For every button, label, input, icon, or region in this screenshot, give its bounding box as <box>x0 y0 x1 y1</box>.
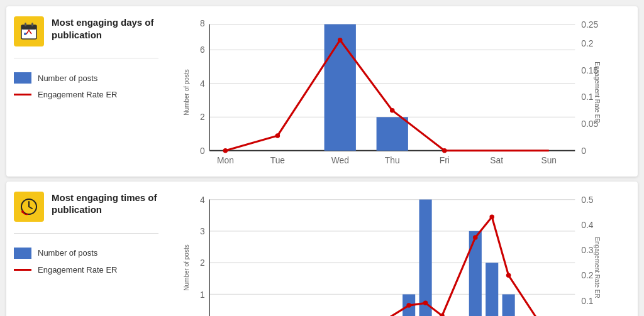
bar-thu <box>377 117 408 150</box>
svg-text:4: 4 <box>200 195 205 205</box>
svg-text:0.5: 0.5 <box>581 195 594 205</box>
dot-tue <box>275 133 280 138</box>
x-axis-days: Mon Tue Wed Thu Fri Sat Sun <box>217 155 557 165</box>
card-days-header: Most engaging days of publication <box>14 16 158 46</box>
card-days: Most engaging days of publication Number… <box>6 6 638 177</box>
legend-bar-icon <box>14 72 31 84</box>
dot-t13 <box>423 301 428 306</box>
dot-mon <box>223 148 228 153</box>
dot-thu <box>390 108 395 113</box>
svg-text:0.2: 0.2 <box>581 38 593 48</box>
dot-t18 <box>506 273 511 278</box>
svg-text:0.1: 0.1 <box>581 296 594 306</box>
svg-text:Thu: Thu <box>385 155 400 165</box>
dot-wed <box>338 38 343 43</box>
legend-posts-times: Number of posts <box>14 248 158 259</box>
legend-er-times: Engagement Rate ER <box>14 265 158 275</box>
card-times-title: Most engaging times of publication <box>52 192 158 216</box>
card-days-left: Most engaging days of publication Number… <box>14 16 158 169</box>
svg-text:2: 2 <box>200 258 205 268</box>
card-times-divider <box>14 233 158 234</box>
bar-h16 <box>469 231 482 316</box>
card-times-chart: Number of posts Engagement Rate ER 0 1 2… <box>187 192 599 316</box>
svg-text:0: 0 <box>581 146 586 156</box>
legend-er-days: Engagement Rate ER <box>14 90 158 99</box>
card-days-divider <box>14 58 158 58</box>
dot-t16 <box>473 235 478 240</box>
svg-text:Sun: Sun <box>541 155 557 165</box>
dot-t17 <box>489 214 494 219</box>
y-right-axis-2: 0 0.1 0.2 0.3 0.4 0.5 <box>581 195 594 316</box>
svg-text:8: 8 <box>200 18 205 28</box>
svg-text:6: 6 <box>200 45 205 55</box>
svg-text:0: 0 <box>200 146 205 156</box>
legend-er-label-2: Engagement Rate ER <box>38 265 117 275</box>
svg-rect-1 <box>21 25 36 30</box>
y-left-label-days: Number of posts <box>183 70 190 116</box>
svg-text:Fri: Fri <box>440 155 450 165</box>
legend-posts-days: Number of posts <box>14 72 158 84</box>
svg-text:0.4: 0.4 <box>581 220 594 230</box>
svg-text:0.1: 0.1 <box>581 92 594 102</box>
svg-point-31 <box>21 210 24 213</box>
card-days-chart: Number of posts Engagement Rate ER 0 2 4… <box>187 16 599 169</box>
clock-icon-box <box>14 192 44 222</box>
clock-icon <box>19 197 39 217</box>
svg-rect-4 <box>24 33 26 35</box>
card-times-header: Most engaging times of publication <box>14 192 158 222</box>
y-left-axis-2: 0 1 2 3 4 <box>200 195 575 316</box>
bar-h18 <box>502 294 515 316</box>
bar-h13 <box>419 200 432 316</box>
legend-posts-label: Number of posts <box>38 74 97 83</box>
legend-line-icon <box>14 94 31 95</box>
svg-text:0.3: 0.3 <box>581 245 594 255</box>
svg-text:4: 4 <box>200 79 205 89</box>
svg-text:Tue: Tue <box>270 155 286 165</box>
card-times: Most engaging times of publication Numbe… <box>6 182 638 316</box>
legend-line-icon-2 <box>14 269 31 271</box>
dot-t12 <box>406 303 411 308</box>
card-times-left: Most engaging times of publication Numbe… <box>14 192 158 316</box>
legend-bar-icon-2 <box>14 248 31 259</box>
calendar-icon <box>19 21 39 41</box>
times-chart-svg: 0 1 2 3 4 0 0.1 0.2 0.3 0.4 0.5 <box>187 192 599 316</box>
svg-rect-3 <box>31 23 33 26</box>
legend-posts-label-2: Number of posts <box>38 248 97 258</box>
svg-text:Mon: Mon <box>217 155 234 165</box>
svg-text:3: 3 <box>200 226 205 236</box>
svg-text:0.25: 0.25 <box>581 19 598 30</box>
y-right-label-times: Engagement Rate ER <box>594 237 601 298</box>
svg-text:Sat: Sat <box>490 155 503 165</box>
svg-text:0.2: 0.2 <box>581 270 593 280</box>
bar-h17 <box>486 263 498 316</box>
card-times-legend: Number of posts Engagement Rate ER <box>14 248 158 275</box>
er-line-times <box>209 217 575 316</box>
svg-rect-2 <box>25 23 26 26</box>
svg-text:1: 1 <box>200 289 205 299</box>
y-left-label-times: Number of posts <box>183 245 190 291</box>
bars-times <box>402 200 515 316</box>
legend-er-label: Engagement Rate ER <box>38 90 117 99</box>
calendar-icon-box <box>14 16 44 46</box>
bar-wed <box>325 25 356 151</box>
card-days-title: Most engaging days of publication <box>52 16 158 41</box>
y-right-label-days: Engagement Rate ER <box>594 62 601 123</box>
svg-text:2: 2 <box>200 112 205 122</box>
svg-text:Wed: Wed <box>331 155 349 165</box>
card-days-legend: Number of posts Engagement Rate ER <box>14 72 158 99</box>
days-chart-svg: 0 2 4 6 8 0 0.05 0.1 0.15 0.2 0.25 <box>187 16 599 166</box>
dot-fri <box>442 148 447 153</box>
